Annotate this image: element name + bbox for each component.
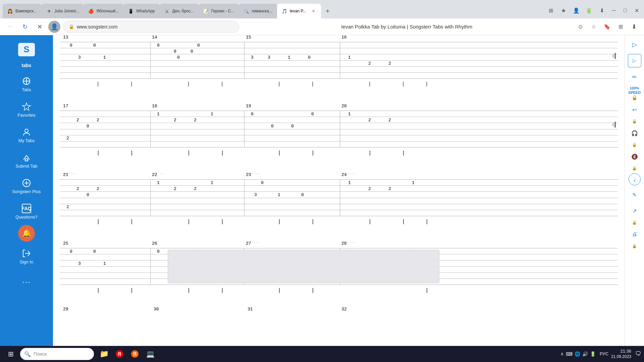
headphones-lock-icon[interactable]: 🔒 [632,142,637,147]
sidebar-logo[interactable]: S [15,38,38,61]
sidebar-questions-label: Questions? [15,215,38,220]
svg-rect-7 [25,159,28,161]
navigation-bar: ← ↻ ✕ 👤 🔒 www.songsterr.com Ievan Polkka… [0,18,644,35]
share-lock-icon[interactable]: 🔒 [632,220,637,225]
tray-network-icon[interactable]: 🌐 [575,351,580,357]
browser-tab-2[interactable]: ✈ Julia Joined... [42,4,84,18]
bar-line-18 [150,111,151,147]
reload-button[interactable]: ↻ [19,21,31,33]
bookmark-icon[interactable]: 🔖 [601,21,613,33]
edit-pencil-icon[interactable]: ✏ [628,70,641,83]
reading-list-icon[interactable]: ☆ [588,21,600,33]
r2-1: | [97,150,100,156]
browser-tab-1[interactable]: 🧛 Вампирск... [3,4,42,18]
tray-volume-icon[interactable]: 🔊 [582,351,588,357]
profile-icon[interactable]: 👤 [571,5,582,16]
bar-line-26 [150,248,151,285]
stop-button[interactable]: ✕ [34,21,46,33]
browser-tab-7[interactable]: 🔍 ливанска... [239,4,277,18]
sidebar-item-sign-in[interactable]: Sign In [5,244,48,268]
video-play-button[interactable]: ▷ [628,54,641,67]
address-bar[interactable]: 🔒 www.songsterr.com [63,21,239,33]
tab-favicon-1: 🧛 [7,8,13,14]
sidebar-item-tabs[interactable]: Tabs [5,72,48,96]
sidebar-item-my-tabs[interactable]: My Tabs [5,123,48,147]
note-24-4: 1 [412,180,415,185]
url-text: www.songsterr.com [77,24,117,29]
browser-tab-3[interactable]: 🍎 Яблочный... [84,4,123,18]
browser-tab-4[interactable]: 📱 WhatsApp [123,4,159,18]
speed-lock-icon[interactable]: 🔒 [632,95,637,100]
rhythm-row-1: | | | | | | | | | [60,79,618,90]
favorites-icon[interactable]: ★ [558,5,569,16]
print-icon[interactable]: 🖨 [628,228,641,241]
note-22-3: 2 [194,186,197,191]
nav-actions: ⊙ ☆ 🔖 ⊞ ⬇ [574,21,640,33]
collections-icon[interactable]: ⊞ [545,5,556,16]
close-window-icon[interactable]: ✕ [632,6,641,15]
notification-area: 🔔 [18,225,35,242]
note-17-1: 2 [76,118,79,123]
taskbar-app-yandex2[interactable]: Я [127,347,142,361]
loop-icon[interactable]: ↩ [628,103,641,116]
measure-label-32: 32 [341,307,347,312]
measure-label-29: 29 [63,307,68,312]
note-25-4: 1 [103,261,106,266]
browser-tab-8[interactable]: 🎵 Ievan P... ✕ [277,4,321,18]
measure-label-20: 20 [341,104,347,109]
sidebar-item-favorites[interactable]: Favorites [5,98,48,122]
note-21-4: 2 [66,204,69,209]
taskbar-app-explorer[interactable]: 📁 [97,347,111,361]
headphones-icon[interactable]: 🎧 [628,126,641,140]
r4-1: | [97,288,100,294]
sidebar-item-plus[interactable]: Songsterr Plus [5,174,48,198]
taskbar-app-cmd[interactable]: 💻 [143,347,158,361]
notation-edit-icon[interactable]: ✎ [628,188,641,201]
r2-6: | [311,150,315,156]
back-button[interactable]: ← [4,21,16,33]
user-avatar[interactable]: 👤 [48,21,60,33]
notification-icon[interactable]: 🔔 [18,225,35,242]
mute-icon[interactable]: 🔇 [628,150,641,163]
start-button[interactable]: ⊞ [3,347,19,361]
tab-notation: 13 0 0 3 1 14 0 0 0 0 0 [53,35,625,334]
note-21-2: 2 [97,186,99,191]
taskbar-notification-icon[interactable]: 🗨 [635,350,641,357]
play-button[interactable]: ▷ [628,38,641,51]
note-23-3: 0 [301,192,304,197]
staff-row-3: 21 ....... 2 2 0 2 22 ....... 1 2 2 1 [60,179,618,216]
sidebar-item-submit-tab[interactable]: Submit Tab [5,148,48,173]
split-view-icon[interactable]: ⊞ [614,21,627,33]
tune-icon[interactable]: ♩ [629,173,641,185]
note-21-3: 0 [87,192,89,197]
sidebar-item-questions[interactable]: FAQ Questions? [5,199,48,224]
tray-arrow-icon[interactable]: ∧ [560,351,564,356]
minimize-icon[interactable]: ─ [609,6,619,15]
overlay-popup [168,250,439,283]
download-icon[interactable]: ⬇ [596,5,607,16]
more-tools-icon[interactable]: ⬇ [628,21,640,33]
browser-tab-5[interactable]: ⚔ Ден, брос... [160,4,199,18]
share-icon[interactable]: ↗ [628,204,641,218]
bar-line-24 [340,180,340,216]
reader-mode-icon[interactable]: ⊙ [574,21,586,33]
browser-tab-6[interactable]: 📝 Героин - С... [199,4,239,18]
maximize-icon[interactable]: □ [621,6,630,15]
taskbar-app-yandex1[interactable]: Я [112,347,127,361]
svg-point-6 [25,129,28,132]
print-lock-icon[interactable]: 🔒 [632,244,637,248]
mute-lock-icon[interactable]: 🔒 [632,166,637,171]
measure-dots-21: ....... [63,172,77,175]
note-25-2: 0 [93,249,96,254]
loop-lock-icon[interactable]: 🔒 [632,119,637,124]
note-23-1: 3 [254,192,257,197]
note-22-4: 1 [211,180,213,185]
new-tab-button[interactable]: + [322,6,333,16]
sidebar-plus-label: Songsterr Plus [12,189,41,194]
note-17-2: 2 [97,118,99,123]
taskbar-search[interactable]: 🔍 Поиск [20,348,94,360]
tray-icons: ∧ ⌨ 🌐 🔊 🔋 [560,351,596,357]
sidebar-item-more[interactable]: ··· [5,270,48,294]
tab-close-8[interactable]: ✕ [311,8,316,14]
tab-label-4: WhatsApp [136,9,155,13]
